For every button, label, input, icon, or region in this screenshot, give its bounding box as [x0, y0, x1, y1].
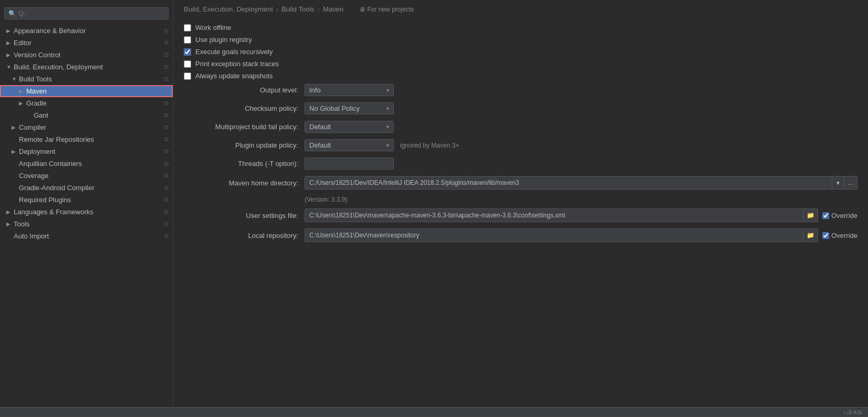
for-new-projects: 🖥 For new projects	[359, 6, 414, 13]
sidebar-item-compiler[interactable]: ▶Compiler⧉	[0, 121, 173, 133]
sidebar-item-gant[interactable]: Gant⧉	[0, 109, 173, 121]
maven-home-row: Maven home directory: ▼ …	[184, 176, 857, 190]
main-container: 🔍 ▶Appearance & Behavior⧉▶Editor⧉▶Versio…	[0, 0, 868, 407]
breadcrumb: Build, Execution, Deployment › Build Too…	[184, 5, 857, 15]
breadcrumb-part3: Maven	[323, 5, 343, 13]
arrow-icon-build-tools: ▼	[12, 76, 19, 82]
monitor-icon: 🖥	[359, 6, 365, 13]
search-input[interactable]	[18, 9, 164, 17]
sidebar-item-label-required-plugins: Required Plugins	[19, 196, 162, 204]
print-exception-checkbox[interactable]	[184, 60, 191, 68]
always-update-checkbox[interactable]	[184, 72, 191, 80]
maven-home-label: Maven home directory:	[184, 179, 305, 187]
plugin-update-dropdown-container[interactable]: DefaultAlwaysNeverInterval	[305, 139, 394, 151]
maven-home-input[interactable]	[305, 176, 832, 190]
use-plugin-registry-checkbox[interactable]	[184, 36, 191, 44]
sidebar-item-coverage[interactable]: Coverage⧉	[0, 170, 173, 182]
use-plugin-registry-row: Use plugin registry	[184, 36, 857, 44]
user-settings-input[interactable]	[305, 208, 803, 222]
local-repo-input-container: 📁 Override	[305, 228, 857, 242]
threads-row: Threads (-T option):	[184, 158, 857, 170]
sidebar-item-gradle-android[interactable]: Gradle-Android Compiler⧉	[0, 182, 173, 194]
local-repo-input[interactable]	[305, 228, 803, 242]
sidebar-item-label-appearance: Appearance & Behavior	[14, 27, 162, 35]
local-repo-browse-btn[interactable]: 📁	[803, 228, 818, 242]
print-exception-label[interactable]: Print exception stack traces	[195, 60, 279, 68]
execute-goals-row: Execute goals recursively	[184, 48, 857, 56]
arrow-icon-gradle: ▶	[19, 100, 26, 106]
checksum-policy-dropdown-container[interactable]: No Global PolicyFailWarn	[305, 102, 394, 114]
sidebar-item-label-editor: Editor	[14, 39, 162, 47]
sidebar-items-container: ▶Appearance & Behavior⧉▶Editor⧉▶Version …	[0, 25, 173, 242]
copy-icon-gradle: ⧉	[164, 100, 169, 107]
sidebar-item-version-control[interactable]: ▶Version Control⧉	[0, 49, 173, 61]
search-icon: 🔍	[8, 10, 16, 17]
local-repo-label: Local repository:	[184, 232, 305, 239]
arrow-icon-compiler: ▶	[12, 124, 19, 130]
plugin-update-row: Plugin update policy: DefaultAlwaysNever…	[184, 139, 857, 151]
user-settings-browse-btn[interactable]: 📁	[803, 208, 818, 222]
copy-icon-required-plugins: ⧉	[164, 196, 169, 203]
status-text: 0 K/s	[849, 409, 862, 415]
output-level-dropdown-container[interactable]: InfoDebugWarnError	[305, 84, 394, 96]
copy-icon-build-tools: ⧉	[164, 76, 169, 82]
sidebar-item-auto-import[interactable]: Auto Import⧉	[0, 230, 173, 242]
user-settings-override-container: Override	[822, 212, 857, 220]
copy-icon-tools: ⧉	[164, 221, 169, 227]
checksum-policy-row: Checksum policy: No Global PolicyFailWar…	[184, 102, 857, 114]
copy-icon-arquillian: ⧉	[164, 160, 169, 167]
local-repo-override-checkbox[interactable]	[822, 232, 829, 239]
plugin-update-select[interactable]: DefaultAlwaysNeverInterval	[305, 139, 394, 151]
maven-home-dropdown-btn[interactable]: ▼	[832, 176, 844, 190]
work-offline-checkbox[interactable]	[184, 24, 191, 32]
local-repo-override-container: Override	[822, 232, 857, 239]
maven-home-browse-btn[interactable]: …	[844, 176, 857, 190]
user-settings-override-label[interactable]: Override	[831, 212, 857, 220]
sidebar-item-remote-jar[interactable]: Remote Jar Repositories⧉	[0, 133, 173, 145]
sidebar-item-label-gradle: Gradle	[26, 99, 162, 107]
always-update-label[interactable]: Always update snapshots	[195, 72, 273, 80]
checksum-policy-select[interactable]: No Global PolicyFailWarn	[305, 102, 394, 114]
sidebar-item-maven[interactable]: ▶Maven⧉	[0, 85, 173, 97]
sidebar-item-gradle[interactable]: ▶Gradle⧉	[0, 97, 173, 109]
user-settings-input-container: 📁 Override	[305, 208, 857, 222]
work-offline-label[interactable]: Work offline	[195, 24, 231, 32]
sidebar-item-arquillian[interactable]: Arquillian Containers⧉	[0, 158, 173, 170]
user-settings-override-checkbox[interactable]	[822, 212, 829, 219]
multiproject-build-dropdown-container[interactable]: DefaultAt EndFail Fast	[305, 121, 394, 133]
sidebar-item-appearance[interactable]: ▶Appearance & Behavior⧉	[0, 25, 173, 37]
sidebar-item-build-tools[interactable]: ▼Build Tools⧉	[0, 73, 173, 85]
sidebar-item-editor[interactable]: ▶Editor⧉	[0, 37, 173, 49]
sidebar-item-label-coverage: Coverage	[19, 172, 162, 180]
execute-goals-checkbox[interactable]	[184, 48, 191, 56]
arrow-icon-appearance: ▶	[6, 28, 14, 34]
sidebar-item-label-languages: Languages & Frameworks	[14, 208, 162, 216]
copy-icon-coverage: ⧉	[164, 172, 169, 179]
output-level-select[interactable]: InfoDebugWarnError	[305, 84, 394, 96]
threads-label: Threads (-T option):	[184, 160, 305, 168]
use-plugin-registry-label[interactable]: Use plugin registry	[195, 36, 252, 44]
plugin-update-label: Plugin update policy:	[184, 141, 305, 149]
plugin-update-note: ignored by Maven 3+	[400, 142, 459, 149]
copy-icon-maven: ⧉	[164, 88, 169, 95]
search-box[interactable]: 🔍	[4, 7, 169, 19]
local-repo-override-label[interactable]: Override	[831, 232, 857, 239]
maven-version-note: (Version: 3.3.9)	[184, 196, 857, 203]
threads-input[interactable]	[305, 158, 394, 170]
sidebar-item-tools[interactable]: ▶Tools⧉	[0, 218, 173, 230]
sidebar-item-label-maven: Maven	[26, 87, 162, 95]
multiproject-build-select[interactable]: DefaultAt EndFail Fast	[305, 121, 394, 133]
sidebar-item-label-arquillian: Arquillian Containers	[19, 160, 162, 168]
sidebar-item-deployment[interactable]: ▶Deployment⧉	[0, 145, 173, 158]
always-update-row: Always update snapshots	[184, 72, 857, 80]
breadcrumb-part1: Build, Execution, Deployment	[184, 5, 273, 13]
execute-goals-label[interactable]: Execute goals recursively	[195, 48, 273, 56]
sidebar-item-required-plugins[interactable]: Required Plugins⧉	[0, 194, 173, 206]
copy-icon-build-execution: ⧉	[164, 64, 169, 70]
copy-icon-languages: ⧉	[164, 208, 169, 215]
arrow-icon-deployment: ▶	[12, 149, 19, 154]
output-level-row: Output level: InfoDebugWarnError	[184, 84, 857, 96]
sidebar-item-build-execution[interactable]: ▼Build, Execution, Deployment⧉	[0, 61, 173, 73]
sidebar-item-languages[interactable]: ▶Languages & Frameworks⧉	[0, 206, 173, 218]
sidebar: 🔍 ▶Appearance & Behavior⧉▶Editor⧉▶Versio…	[0, 0, 173, 407]
